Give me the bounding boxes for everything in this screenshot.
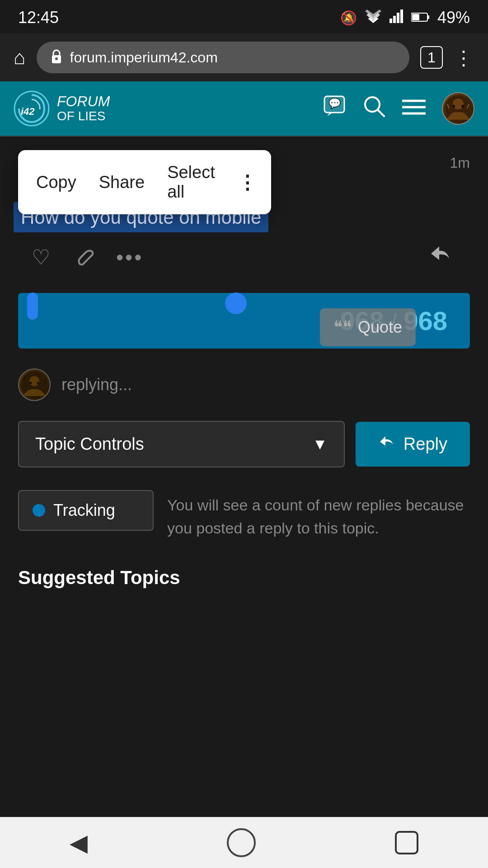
context-menu-more-icon[interactable]: ⋮	[238, 171, 257, 193]
more-options-icon[interactable]: •••	[116, 245, 143, 269]
suggested-topics-title: Suggested Topics	[18, 567, 470, 589]
forum-name: Forum of Lies	[57, 94, 110, 123]
reply-button-icon	[378, 434, 395, 454]
replying-row: replying...	[0, 358, 488, 412]
nav-back-button[interactable]: ◀	[70, 829, 88, 856]
copy-button[interactable]: Copy	[36, 173, 76, 192]
svg-marker-2	[365, 9, 381, 18]
tracking-button-label: Tracking	[53, 501, 115, 520]
svg-line-28	[81, 253, 85, 257]
link-icon[interactable]	[73, 245, 94, 270]
replying-avatar	[18, 368, 51, 401]
nav-recent-apps-button[interactable]	[395, 831, 418, 854]
lock-icon	[50, 49, 63, 66]
quote-button-label: Quote	[358, 318, 402, 337]
nav-bar: ◀	[0, 817, 488, 868]
svg-point-11	[55, 57, 58, 60]
context-menu: Copy Share Select all ⋮	[18, 150, 271, 214]
reply-action-icon[interactable]	[428, 245, 452, 270]
browser-bar: ⌂ forum.imperium42.com 1 ⋮	[0, 33, 488, 81]
post-area: 1m Copy Share Select all ⋮ How do you qu…	[0, 137, 488, 284]
battery-icon	[411, 10, 429, 25]
svg-point-30	[29, 376, 39, 386]
svg-point-23	[453, 99, 464, 109]
svg-point-31	[30, 382, 32, 384]
suggested-topics-section: Suggested Topics	[0, 553, 488, 598]
wifi-icon	[365, 9, 381, 26]
post-actions: ♡ •••	[14, 231, 470, 284]
browser-menu-button[interactable]: ⋮	[454, 46, 474, 69]
svg-point-24	[452, 105, 455, 108]
browser-url-bar[interactable]: forum.imperium42.com	[37, 42, 409, 73]
hamburger-menu-icon[interactable]	[402, 96, 426, 121]
svg-line-18	[378, 110, 384, 116]
topic-controls-label: Topic Controls	[35, 434, 144, 454]
svg-point-32	[37, 382, 39, 384]
status-bar: 12:45 🔕 49%	[0, 0, 488, 33]
tracking-section: Tracking You will see a count of new rep…	[0, 476, 488, 553]
svg-rect-6	[400, 9, 403, 23]
like-icon[interactable]: ♡	[32, 245, 50, 269]
svg-point-25	[461, 105, 464, 108]
svg-text:i42: i42	[21, 106, 35, 117]
forum-title-block: Forum of Lies	[57, 94, 110, 123]
tracking-description: You will see a count of new replies beca…	[167, 490, 470, 540]
search-icon[interactable]	[362, 94, 386, 123]
mute-icon: 🔕	[340, 10, 357, 26]
tracking-button[interactable]: Tracking	[18, 490, 154, 531]
topic-controls-button[interactable]: Topic Controls ▼	[18, 421, 345, 467]
svg-rect-3	[389, 19, 392, 23]
status-icons: 🔕 49%	[340, 8, 470, 27]
browser-tab-button[interactable]: 1	[420, 46, 443, 69]
reply-button[interactable]: Reply	[356, 422, 470, 467]
selection-handle-left	[27, 292, 38, 320]
select-all-button[interactable]: Select all	[167, 163, 215, 202]
nav-home-button[interactable]	[227, 828, 256, 857]
svg-rect-9	[412, 14, 419, 20]
share-button[interactable]: Share	[99, 173, 145, 192]
svg-text:💬: 💬	[328, 97, 341, 109]
discord-icon[interactable]: 💬	[323, 94, 346, 123]
browser-home-button[interactable]: ⌂	[14, 46, 26, 69]
status-time: 12:45	[18, 8, 59, 27]
post-timestamp: 1m	[450, 155, 470, 171]
svg-rect-4	[393, 16, 396, 23]
replying-status: replying...	[61, 375, 132, 394]
svg-rect-8	[428, 15, 429, 19]
svg-rect-5	[397, 13, 399, 23]
main-content: 1m Copy Share Select all ⋮ How do you qu…	[0, 137, 488, 598]
forum-header: i42 Forum of Lies 💬	[0, 81, 488, 136]
quote-icon: ❝❝	[333, 317, 352, 337]
forum-header-icons: 💬	[323, 92, 474, 125]
quote-button[interactable]: ❝❝ Quote	[320, 308, 416, 346]
topic-controls-arrow-icon: ▼	[312, 435, 328, 453]
bottom-controls: Topic Controls ▼ Reply	[0, 412, 488, 476]
browser-url-text: forum.imperium42.com	[70, 49, 218, 66]
user-avatar[interactable]	[442, 92, 474, 125]
reply-button-label: Reply	[404, 434, 447, 454]
forum-logo[interactable]: i42 Forum of Lies	[14, 90, 110, 127]
signal-icon	[389, 9, 403, 26]
selection-handle-right	[225, 292, 247, 314]
tracking-dot-icon	[33, 504, 45, 517]
battery-percentage: 49%	[437, 8, 470, 27]
